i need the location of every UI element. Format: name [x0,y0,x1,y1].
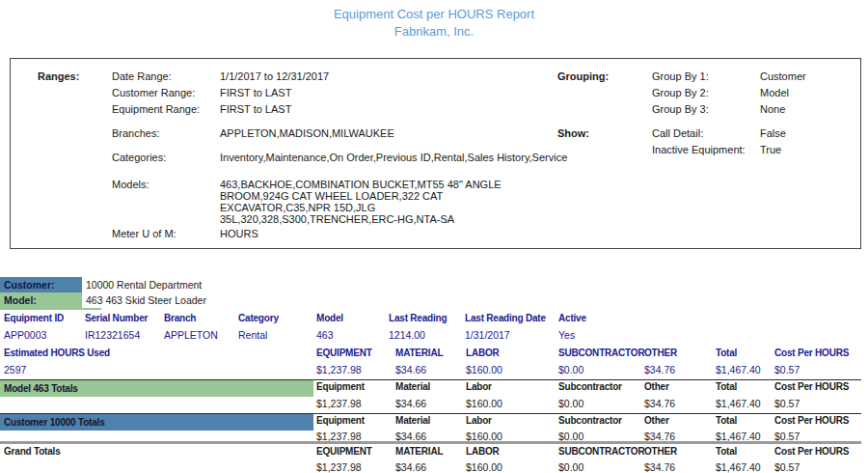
cost-detail-row: 2597 $1,237.98 $34.66 $160.00 $0.00 $34.… [0,364,861,380]
grand-totals-header-row: Grand Totals EQUIPMENT MATERIAL LABOR SU… [0,446,861,462]
subcontractor-cost: $0.00 [558,364,583,376]
col-branch: Branch [164,313,196,323]
last-reading-date: 1/31/2017 [465,329,510,341]
col-other-grand: OTHER [644,446,677,457]
material-cost: $34.66 [395,364,426,376]
grand-equipment-total: $1,237.98 [316,461,362,473]
col-cph-sub: Cost Per HOURS [774,381,849,392]
col-subcontractor-grand: SUBCONTRACTOR [558,446,644,457]
col-subcontractor-cost: SUBCONTRACTOR [558,348,644,358]
customer-tag: Customer: [0,277,82,292]
branches-value: APPLETON,MADISON,MILWAUKEE [220,127,394,140]
col-active: Active [558,313,586,323]
other-cost: $34.76 [644,364,675,376]
model: 463 [316,329,334,341]
group-by-1-value: Customer [760,70,806,83]
col-total-grand: Total [716,446,737,457]
ranges-section-label: Ranges: [38,70,79,83]
meter-uofm-value: HOURS [220,228,258,240]
date-range-value: 1/1/2017 to 12/31/2017 [220,70,329,83]
col-subcontractor-cust: Subcontractor [558,415,622,426]
col-total-cust: Total [716,415,737,426]
branches-label: Branches: [112,127,160,140]
col-equipment-cost: EQUIPMENT [316,348,372,358]
cost-header-row: Estimated HOURS Used EQUIPMENT MATERIAL … [0,348,861,364]
show-section-label: Show: [557,127,589,140]
customer-group-row: Customer: 10000 Rental Department [0,277,861,293]
col-material-grand: MATERIAL [395,446,443,457]
col-labor-cost: LABOR [466,348,500,358]
grand-totals-label: Grand Totals [4,446,61,457]
col-labor-cust: Labor [466,415,492,426]
col-equipment-sub: Equipment [316,381,365,392]
last-reading: 1214.00 [389,329,425,341]
grand-totals-rule [0,441,861,444]
grouping-section-label: Grouping: [557,70,609,83]
models-value: 463,BACKHOE,COMBINATION BUCKET,MT55 48" … [220,179,544,225]
model-labor-total: $160.00 [466,398,502,409]
estimated-hours-label: Estimated HOURS Used [4,348,110,358]
col-equipment-id: Equipment ID [4,313,64,323]
equipment-range-value: FIRST to LAST [220,103,291,116]
model-other-total: $34.76 [644,398,675,409]
col-other-cust: Other [644,415,669,426]
col-total-sub: Total [716,381,737,392]
call-detail-label: Call Detail: [652,127,703,140]
col-model: Model [316,313,343,323]
model-totals-header-row: Equipment Material Labor Subcontractor O… [0,381,861,398]
parameters-box: Ranges: Date Range: 1/1/2017 to 12/31/20… [10,58,861,249]
company-name: Fabrikam, Inc. [0,23,868,41]
group-by-1-label: Group By 1: [652,70,709,83]
col-labor-sub: Labor [466,381,492,392]
col-cph-grand: Cost Per HOURS [774,446,849,457]
grand-totals-values-row: $1,237.98 $34.66 $160.00 $0.00 $34.76 $1… [0,461,861,473]
equipment-cost: $1,237.98 [316,364,362,376]
group-by-3-value: None [760,103,785,116]
customer-totals-values-row: $1,237.98 $34.66 $160.00 $0.00 $34.76 $1… [0,431,861,447]
col-material-cust: Material [395,415,430,426]
inactive-equipment-label: Inactive Equipment: [652,144,746,156]
total-cost: $1,467.40 [716,364,761,376]
model-cost-per-hours: $0.57 [774,398,800,409]
grand-material-total: $34.66 [395,461,426,473]
grand-other-total: $34.76 [644,461,675,473]
col-equipment-grand: EQUIPMENT [316,446,372,457]
call-detail-value: False [760,127,786,140]
cost-per-hours: $0.57 [774,364,800,376]
date-range-label: Date Range: [112,70,172,83]
equipment-id: APP0003 [4,329,46,341]
category: Rental [238,329,267,341]
equipment-range-label: Equipment Range: [112,103,200,116]
col-other-sub: Other [644,381,669,392]
col-other-cost: OTHER [644,348,677,358]
model-equipment-total: $1,237.98 [316,398,362,409]
group-by-3-label: Group By 3: [652,103,709,116]
categories-label: Categories: [112,152,166,164]
col-material-sub: Material [395,381,430,392]
col-material-cost: MATERIAL [395,348,443,358]
equipment-data-row: APP0003 IR12321654 APPLETON Rental 463 1… [0,329,861,346]
col-cph-cust: Cost Per HOURS [774,415,849,426]
group-by-2-label: Group By 2: [652,87,709,99]
grand-cost-per-hours: $0.57 [774,461,800,473]
grand-labor-total: $160.00 [466,461,502,473]
categories-value: Inventory,Maintenance,On Order,Previous … [220,152,567,164]
models-label: Models: [112,179,149,191]
col-last-reading-date: Last Reading Date [465,313,546,323]
inactive-equipment-value: True [760,144,781,156]
col-cost-per-hours: Cost Per HOURS [774,348,849,358]
serial-number: IR12321654 [85,329,140,341]
model-totals-values-row: $1,237.98 $34.66 $160.00 $0.00 $34.76 $1… [0,398,861,414]
col-labor-grand: LABOR [466,446,500,457]
col-equipment-cust: Equipment [316,415,365,426]
col-category: Category [238,313,279,323]
meter-uofm-label: Meter U of M: [112,228,176,240]
group-by-2-value: Model [760,87,789,99]
col-serial-number: Serial Number [85,313,148,323]
customer-totals-header-row: Equipment Material Labor Subcontractor O… [0,415,861,431]
model-total: $1,467.40 [716,398,761,409]
grand-subcontractor-total: $0.00 [558,461,583,473]
active: Yes [558,329,575,341]
report-title: Equipment Cost per HOURS Report [0,6,868,23]
customer-value: 10000 Rental Department [86,277,202,292]
